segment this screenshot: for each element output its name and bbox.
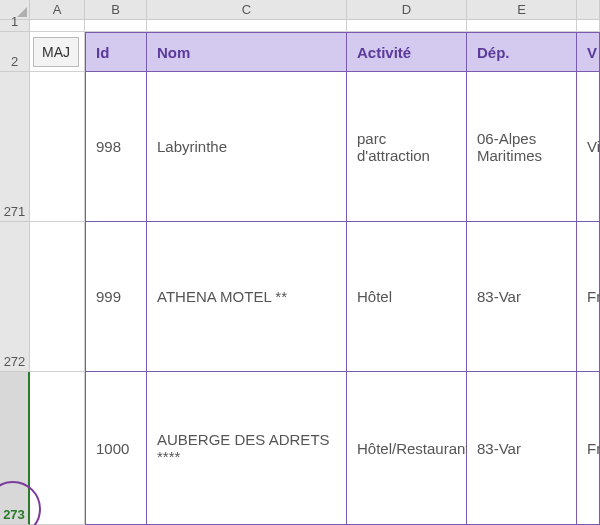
table-header-activite[interactable]: Activité bbox=[347, 32, 467, 72]
cell-ville-1000[interactable]: Fr bbox=[577, 372, 600, 525]
cell-id-999[interactable]: 999 bbox=[85, 222, 147, 372]
cell-D1[interactable] bbox=[347, 20, 467, 32]
cell-nom-999[interactable]: ATHENA MOTEL ** bbox=[147, 222, 347, 372]
cell-A273[interactable] bbox=[30, 372, 85, 525]
cells-grid: MAJ Id Nom Activité Dép. V 998 Labyrinth… bbox=[30, 20, 600, 525]
cell-dep-999[interactable]: 83-Var bbox=[467, 222, 577, 372]
cell-id-1000[interactable]: 1000 bbox=[85, 372, 147, 525]
table-header-nom[interactable]: Nom bbox=[147, 32, 347, 72]
table-header-id[interactable]: Id bbox=[85, 32, 147, 72]
cell-C1[interactable] bbox=[147, 20, 347, 32]
cell-nom-998[interactable]: Labyrinthe bbox=[147, 72, 347, 222]
cell-nom-1000[interactable]: AUBERGE DES ADRETS **** bbox=[147, 372, 347, 525]
cell-E1[interactable] bbox=[467, 20, 577, 32]
cell-A272[interactable] bbox=[30, 222, 85, 372]
cell-ville-998[interactable]: Vi bbox=[577, 72, 600, 222]
row-header-273[interactable]: 273 bbox=[0, 372, 30, 525]
cell-id-998[interactable]: 998 bbox=[85, 72, 147, 222]
col-header-C[interactable]: C bbox=[147, 0, 347, 20]
cell-dep-998[interactable]: 06-Alpes Maritimes bbox=[467, 72, 577, 222]
svg-marker-0 bbox=[17, 7, 27, 17]
row-header-col: 1 2 271 272 273 bbox=[0, 20, 30, 525]
cell-act-1000[interactable]: Hôtel/Restaurant bbox=[347, 372, 467, 525]
column-header-row: A B C D E bbox=[0, 0, 600, 20]
cell-A1[interactable] bbox=[30, 20, 85, 32]
cell-A2[interactable]: MAJ bbox=[30, 32, 85, 72]
cell-act-999[interactable]: Hôtel bbox=[347, 222, 467, 372]
cell-act-998[interactable]: parc d'attraction bbox=[347, 72, 467, 222]
col-header-D[interactable]: D bbox=[347, 0, 467, 20]
col-header-A[interactable]: A bbox=[30, 0, 85, 20]
row-header-272[interactable]: 272 bbox=[0, 222, 30, 372]
col-header-E[interactable]: E bbox=[467, 0, 577, 20]
row-header-271[interactable]: 271 bbox=[0, 72, 30, 222]
table-header-dep[interactable]: Dép. bbox=[467, 32, 577, 72]
table-header-ville[interactable]: V bbox=[577, 32, 600, 72]
cell-A271[interactable] bbox=[30, 72, 85, 222]
row-header-2[interactable]: 2 bbox=[0, 32, 30, 72]
cell-dep-1000[interactable]: 83-Var bbox=[467, 372, 577, 525]
cell-ville-999[interactable]: Fr bbox=[577, 222, 600, 372]
cell-F1[interactable] bbox=[577, 20, 600, 32]
col-header-F[interactable] bbox=[577, 0, 600, 20]
maj-button[interactable]: MAJ bbox=[33, 37, 79, 67]
col-header-B[interactable]: B bbox=[85, 0, 147, 20]
cell-B1[interactable] bbox=[85, 20, 147, 32]
row-header-1[interactable]: 1 bbox=[0, 20, 30, 32]
